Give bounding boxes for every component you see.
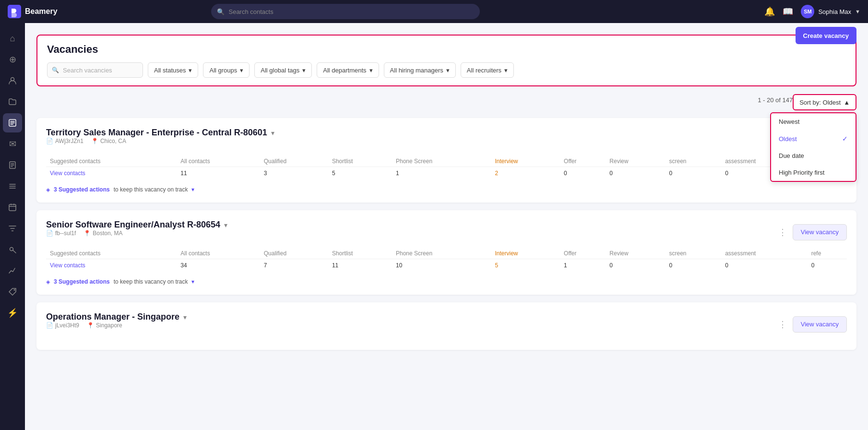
sort-option-due-date[interactable]: Due date (771, 147, 856, 164)
location-icon: 📍 (83, 230, 91, 237)
col-qualified: Qualified (260, 156, 328, 167)
vacancy-code-v3: jLvei3Ht9 (55, 322, 79, 329)
vacancy-meta-v3: 📄 jLvei3Ht9 📍 Singapore (46, 322, 187, 329)
review-v1: 0 (606, 167, 665, 180)
col-review: Review (606, 248, 665, 259)
view-contacts-v2[interactable]: View contacts (46, 259, 177, 272)
sidebar-item-tags[interactable] (3, 282, 22, 301)
chevron-down-icon: ▾ (240, 67, 243, 74)
sidebar-item-calendar[interactable] (3, 198, 22, 217)
top-actions-row: 1 - 20 of 147 Sort by: Oldest ▲ Newest O… (36, 94, 856, 110)
sidebar-item-contacts[interactable] (3, 71, 22, 90)
location-icon: 📍 (91, 138, 98, 144)
sidebar-item-search[interactable]: ⊕ (3, 50, 22, 69)
sidebar-item-key[interactable] (3, 240, 22, 259)
vacancy-header-v1: Territory Sales Manager - Enterprise - C… (46, 128, 847, 152)
search-contacts-input[interactable] (211, 4, 480, 19)
qualified-v1: 3 (260, 167, 328, 180)
col-qualified: Qualified (260, 248, 328, 259)
nav-actions: 🔔 📖 SM Sophia Max ▼ (764, 5, 860, 18)
vacancy-title-v3: Operations Manager - Singapore (46, 312, 179, 322)
vacancy-location-v2: Boston, MA (93, 230, 122, 237)
screen-v1: 0 (665, 167, 721, 180)
vacancy-card-v1: Territory Sales Manager - Enterprise - C… (36, 118, 856, 203)
view-vacancy-button-v3[interactable]: View vacancy (793, 316, 847, 333)
check-icon: ✓ (842, 135, 848, 143)
assessment-v2: 0 (721, 259, 807, 272)
sort-option-high-priority[interactable]: High Priority first (771, 164, 856, 181)
view-vacancy-button-v2[interactable]: View vacancy (793, 224, 847, 240)
col-suggested: Suggested contacts (46, 248, 177, 259)
notifications-button[interactable]: 🔔 (764, 6, 775, 17)
col-all: All contacts (177, 248, 260, 259)
vacancy-more-button-v3[interactable]: ⋮ (776, 317, 789, 332)
sidebar-item-folder[interactable] (3, 92, 22, 111)
view-contacts-v1[interactable]: View contacts (46, 167, 177, 180)
page-header-box: Vacancies 🔍 All statuses ▾ All groups ▾ … (36, 35, 856, 86)
vacancy-header-v3: Operations Manager - Singapore ▾ 📄 jLvei… (46, 312, 847, 336)
chevron-down-icon: ▾ (191, 186, 194, 193)
sidebar-item-vacancies[interactable] (3, 113, 22, 132)
filter-hiring-managers-button[interactable]: All hiring managers ▾ (384, 62, 456, 78)
qualified-v2: 7 (260, 259, 328, 272)
vacancy-chevron-v3[interactable]: ▾ (183, 313, 187, 321)
diamond-icon: ◈ (46, 187, 50, 193)
doc-icon: 📄 (46, 138, 53, 144)
user-name: Sophia Max (818, 8, 851, 15)
filter-departments-button[interactable]: All departments ▾ (317, 62, 379, 78)
search-vacancies-wrap: 🔍 (47, 62, 143, 78)
doc-icon: 📄 (46, 230, 53, 237)
vacancy-stats-v2: Suggested contacts All contacts Qualifie… (46, 248, 847, 272)
suggested-actions-v2[interactable]: ◈ 3 Suggested actions to keep this vacan… (46, 278, 847, 285)
vacancy-more-button-v2[interactable]: ⋮ (776, 225, 789, 239)
sidebar-item-notes[interactable] (3, 155, 22, 175)
col-interview: Interview (491, 248, 560, 259)
suggested-actions-v1[interactable]: ◈ 3 Suggested actions to keep this vacan… (46, 186, 847, 193)
vacancy-code-v2: fb--sul1f (55, 230, 76, 237)
create-vacancy-button[interactable]: Create vacancy (796, 27, 856, 44)
sidebar-item-mail[interactable]: ✉ (3, 134, 22, 154)
sort-option-newest[interactable]: Newest (771, 113, 856, 130)
vacancy-location-v1: Chico, CA (100, 138, 126, 144)
chevron-down-icon: ▾ (189, 67, 192, 74)
col-suggested: Suggested contacts (46, 156, 177, 167)
vacancy-chevron-v1[interactable]: ▾ (271, 129, 274, 137)
vacancy-location-v3: Singapore (96, 322, 122, 329)
phone-screen-v1: 1 (392, 167, 491, 180)
avatar: SM (801, 5, 814, 18)
vacancy-title-v2: Senior Software Engineer/Analyst R-80654 (46, 220, 220, 230)
search-icon: 🔍 (217, 8, 225, 15)
sidebar-item-list[interactable] (3, 177, 22, 196)
chevron-down-icon: ▾ (369, 67, 373, 74)
filter-groups-button[interactable]: All groups ▾ (203, 62, 250, 78)
filter-recruiters-button[interactable]: All recruiters ▾ (461, 62, 514, 78)
vacancy-title-v1: Territory Sales Manager - Enterprise - C… (46, 128, 267, 138)
filter-statuses-button[interactable]: All statuses ▾ (148, 62, 198, 78)
vacancy-card-v2: Senior Software Engineer/Analyst R-80654… (36, 210, 856, 295)
vacancy-chevron-v2[interactable]: ▾ (224, 221, 227, 229)
sort-option-oldest[interactable]: Oldest ✓ (771, 130, 856, 147)
user-menu[interactable]: SM Sophia Max ▼ (801, 5, 860, 18)
main-content: Vacancies 🔍 All statuses ▾ All groups ▾ … (25, 23, 868, 430)
sidebar-item-filter[interactable] (3, 219, 22, 238)
vacancy-meta-v2: 📄 fb--sul1f 📍 Boston, MA (46, 230, 227, 237)
chevron-down-icon: ▾ (302, 67, 306, 74)
sidebar-item-analytics[interactable] (3, 261, 22, 280)
location-icon: 📍 (87, 322, 94, 329)
shortlist-v2: 11 (328, 259, 392, 272)
bookmarks-button[interactable]: 📖 (783, 6, 793, 17)
chevron-down-icon: ▾ (191, 278, 194, 285)
all-contacts-v2: 34 (177, 259, 260, 272)
svg-rect-4 (9, 204, 16, 211)
col-refe: refe (808, 248, 847, 259)
shortlist-v1: 5 (328, 167, 392, 180)
filter-global-tags-button[interactable]: All global tags ▾ (254, 62, 312, 78)
col-interview: Interview (491, 156, 560, 167)
sort-button[interactable]: Sort by: Oldest ▲ (793, 94, 856, 110)
sidebar-item-bolt[interactable]: ⚡ (3, 303, 22, 322)
sidebar-item-home[interactable]: ⌂ (3, 29, 22, 48)
logo[interactable]: Beamery (8, 5, 65, 18)
search-vacancies-icon: 🔍 (52, 67, 59, 73)
search-vacancies-input[interactable] (47, 62, 143, 78)
vacancy-meta-v1: 📄 AWj3rJZn1 📍 Chico, CA (46, 138, 274, 144)
